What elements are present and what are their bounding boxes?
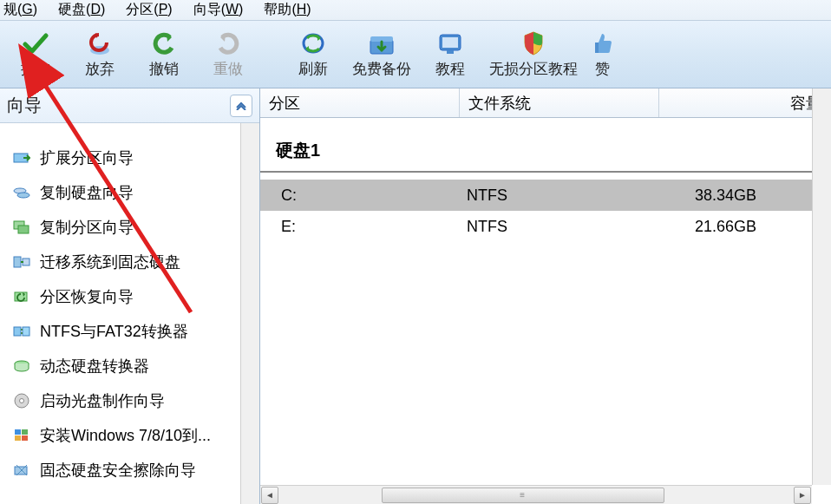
partition-fs: NTFS — [460, 187, 644, 205]
wizard-item-label: NTFS与FAT32转换器 — [40, 321, 188, 342]
undo-label: 撤销 — [149, 59, 179, 79]
svg-rect-23 — [22, 435, 28, 441]
migrate-icon — [12, 252, 31, 272]
svg-point-9 — [17, 193, 29, 198]
commit-label: 提交 — [21, 59, 50, 79]
wizard-panel-title: 向导 — [7, 94, 42, 117]
copy-partition-icon — [12, 218, 31, 237]
windows-icon — [12, 426, 31, 445]
svg-point-19 — [20, 399, 24, 403]
svg-rect-5 — [442, 37, 458, 48]
menu-general[interactable]: 规(G) — [0, 1, 41, 19]
redo-label: 重做 — [213, 59, 243, 79]
wizard-item-label: 复制分区向导 — [40, 217, 134, 238]
undo-icon — [151, 29, 177, 57]
col-capacity[interactable]: 容量 — [659, 88, 831, 117]
right-pane: 分区 文件系统 容量 硬盘1 C: NTFS 38.34GB E: NTFS 2… — [260, 88, 831, 504]
wizard-copy-disk[interactable]: 复制硬盘向导 — [9, 175, 232, 210]
menu-partition[interactable]: 分区(P) — [122, 1, 175, 19]
wizard-item-label: 启动光盘制作向导 — [40, 390, 165, 411]
backup-button[interactable]: 免费备份 — [345, 26, 418, 82]
right-v-scrollbar[interactable] — [812, 88, 831, 485]
dynamic-icon — [12, 357, 31, 376]
wizard-item-label: 扩展分区向导 — [40, 147, 134, 168]
partition-capacity: 38.34GB — [644, 187, 765, 205]
svg-rect-20 — [15, 429, 21, 435]
col-partition[interactable]: 分区 — [260, 88, 460, 117]
wizard-item-label: 迁移系统到固态硬盘 — [40, 252, 180, 272]
like-icon — [592, 29, 612, 57]
right-h-scrollbar[interactable]: ◄ ≡ ► — [260, 485, 812, 504]
like-button[interactable]: 赞 — [585, 26, 619, 82]
wizard-ntfs-fat32[interactable]: NTFS与FAT32转换器 — [9, 314, 232, 349]
partition-letter: E: — [260, 218, 460, 236]
check-icon — [23, 29, 49, 57]
menu-wizard[interactable]: 向导(W) — [190, 1, 247, 19]
disc-icon — [12, 391, 31, 410]
wizard-install-windows[interactable]: 安装Windows 7/8/10到... — [9, 418, 232, 453]
svg-rect-21 — [22, 429, 28, 435]
scroll-left-button[interactable]: ◄ — [261, 487, 278, 504]
toolbar: 提交 放弃 撤销 重做 刷新 免费备份 教程 — [0, 21, 831, 88]
column-headers: 分区 文件系统 容量 — [260, 88, 831, 118]
wizard-item-label: 动态硬盘转换器 — [40, 356, 149, 376]
partition-row[interactable]: C: NTFS 38.34GB — [260, 180, 831, 211]
svg-rect-16 — [23, 327, 29, 336]
collapse-button[interactable] — [230, 95, 252, 117]
disk-content: 硬盘1 C: NTFS 38.34GB E: NTFS 21.66GB — [260, 118, 831, 504]
refresh-button[interactable]: 刷新 — [281, 26, 345, 82]
redo-button[interactable]: 重做 — [196, 26, 260, 82]
menu-help[interactable]: 帮助(H) — [260, 1, 314, 19]
backup-icon — [368, 29, 396, 57]
copy-disk-icon — [12, 183, 31, 202]
tutorial-icon — [436, 29, 464, 57]
svg-rect-22 — [15, 435, 21, 441]
svg-rect-12 — [14, 257, 21, 267]
chevron-up-icon — [235, 101, 247, 110]
refresh-label: 刷新 — [298, 59, 328, 79]
extend-icon — [12, 148, 31, 167]
undo-button[interactable]: 撤销 — [132, 26, 196, 82]
discard-label: 放弃 — [85, 59, 115, 79]
partition-row[interactable]: E: NTFS 21.66GB — [260, 211, 831, 242]
backup-label: 免费备份 — [352, 59, 411, 79]
refresh-icon — [300, 29, 326, 57]
lossless-tutorial-button[interactable]: 无损分区教程 — [482, 26, 585, 82]
svg-rect-6 — [447, 50, 454, 54]
erase-icon — [12, 461, 31, 480]
disk-title: 硬盘1 — [260, 118, 831, 173]
tutorial-label: 教程 — [435, 59, 465, 79]
left-pane: 向导 扩展分区向导 复制硬盘向导 复制分区向导 — [0, 88, 260, 504]
svg-rect-11 — [18, 226, 29, 233]
scroll-track[interactable]: ≡ — [279, 487, 793, 504]
wizard-ssd-secure-erase[interactable]: 固态硬盘安全擦除向导 — [9, 453, 232, 488]
left-scrollbar[interactable] — [240, 123, 259, 504]
wizard-item-label: 安装Windows 7/8/10到... — [40, 425, 211, 446]
wizard-dynamic-convert[interactable]: 动态硬盘转换器 — [9, 349, 232, 383]
wizard-item-label: 复制硬盘向导 — [40, 182, 134, 203]
svg-rect-15 — [14, 327, 21, 336]
wizard-migrate-ssd[interactable]: 迁移系统到固态硬盘 — [9, 245, 232, 279]
scroll-thumb[interactable]: ≡ — [382, 488, 664, 503]
discard-icon — [87, 29, 113, 57]
main-area: 向导 扩展分区向导 复制硬盘向导 复制分区向导 — [0, 88, 831, 504]
wizard-extend-partition[interactable]: 扩展分区向导 — [9, 141, 232, 175]
shield-icon — [521, 29, 546, 57]
wizard-boot-disc[interactable]: 启动光盘制作向导 — [9, 383, 232, 418]
wizard-partition-recovery[interactable]: 分区恢复向导 — [9, 279, 232, 314]
tutorial-button[interactable]: 教程 — [418, 26, 482, 82]
commit-button[interactable]: 提交 — [3, 26, 68, 82]
menu-disk[interactable]: 硬盘(D) — [55, 1, 108, 19]
left-header: 向导 — [0, 88, 259, 123]
partition-capacity: 21.66GB — [644, 218, 765, 236]
wizard-item-label: 分区恢复向导 — [40, 286, 134, 307]
svg-rect-13 — [23, 259, 29, 265]
discard-button[interactable]: 放弃 — [68, 26, 132, 82]
menu-bar: 规(G) 硬盘(D) 分区(P) 向导(W) 帮助(H) — [0, 0, 831, 21]
wizard-copy-partition[interactable]: 复制分区向导 — [9, 210, 232, 245]
wizard-item-label: 固态硬盘安全擦除向导 — [40, 460, 196, 481]
col-filesystem[interactable]: 文件系统 — [460, 88, 659, 117]
recovery-icon — [12, 287, 31, 306]
like-label: 赞 — [595, 59, 610, 79]
scroll-right-button[interactable]: ► — [794, 487, 811, 504]
